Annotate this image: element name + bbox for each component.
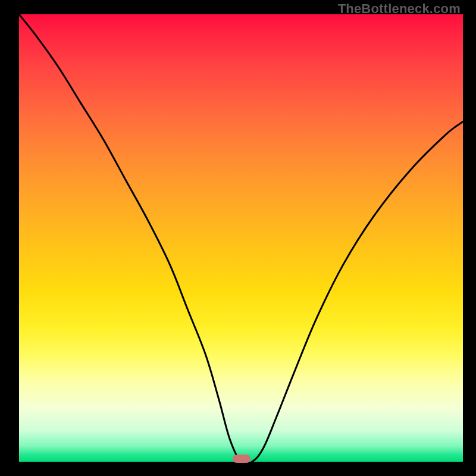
chart-frame: TheBottleneck.com xyxy=(0,0,476,476)
minimum-marker xyxy=(233,455,250,463)
watermark-text: TheBottleneck.com xyxy=(338,1,461,17)
plot-area xyxy=(19,14,463,462)
